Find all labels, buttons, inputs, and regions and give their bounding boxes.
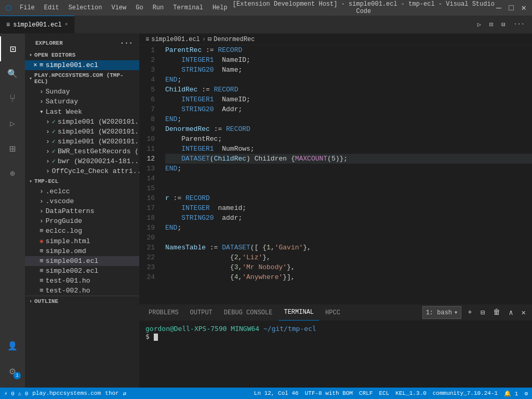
tree-bwr-test[interactable]: › ✓ BWR_testGetRecords (... [25,147,139,156]
terminal-shell-selector[interactable]: 1: bash ▾ [422,306,462,319]
title-bar: ⬡ File Edit Selection View Go Run Termin… [0,0,532,16]
sidebar-title: Explorer [35,40,63,46]
split-editor-button[interactable]: ⊡ [487,19,495,31]
tree-simple002-ecl[interactable]: ≡ simple002.ecl [25,266,139,276]
maximize-panel-button[interactable]: ∧ [507,306,515,319]
status-line-ending[interactable]: CRLF [359,390,373,396]
tree-simple-omd[interactable]: ≡ simple.omd [25,246,139,256]
line-num-17: 17 [139,203,155,213]
status-language[interactable]: ECL [379,390,390,396]
status-version[interactable]: KEL_1.3.0 [395,390,426,396]
tree-eclcc-log[interactable]: ≡ eclcc.log [25,226,139,236]
item-label: eclcc.log [46,227,82,235]
open-editors-section: ▾ Open Editors × ≡ simple001.ecl [25,50,139,70]
item-label: simple001 (W2020101... [58,118,139,126]
status-server[interactable]: play.hpccsystems.com [32,390,101,396]
activity-explorer[interactable]: ⊡ [0,36,25,61]
status-check-icon: ✓ [52,118,56,126]
panel-tab-debug-console[interactable]: DEBUG CONSOLE [219,305,278,321]
split-terminal-button[interactable]: ⊟ [478,306,487,319]
menu-run[interactable]: Run [149,3,168,12]
tree-bwr[interactable]: › ✓ bwr (W20200214-181... [25,156,139,166]
menu-edit[interactable]: Edit [40,3,63,12]
activity-source-control[interactable]: ⑂ [0,86,25,111]
menu-go[interactable]: Go [131,3,147,12]
main-layout: ⊡ 🔍 ⑂ ▷ ⊞ ⊕ 👤 ⚙ 1 Explorer ··· ▾ Op [0,34,532,388]
settings-gear-icon[interactable]: ⚙ [524,390,528,397]
item-label: simple002.ecl [46,267,98,275]
tree-eclcc[interactable]: › .eclcc [25,187,139,196]
tree-offcycle[interactable]: › OffCycle_Check attri... [25,166,139,176]
close-button[interactable]: ✕ [521,5,527,11]
tab-simple001-ecl[interactable]: ≡ simple001.ecl × [0,16,75,33]
menu-selection[interactable]: Selection [64,3,107,12]
tree-datapatterns[interactable]: › DataPatterns [25,206,139,216]
panel-tab-terminal[interactable]: TERMINAL [278,305,319,321]
menu-terminal[interactable]: Terminal [169,3,207,12]
close-icon[interactable]: × [33,61,37,69]
window-controls: — □ ✕ [496,5,527,11]
item-label: simple.omd [46,247,86,255]
minimize-button[interactable]: — [496,5,502,11]
new-terminal-button[interactable]: + [466,306,474,319]
menu-file[interactable]: File [16,3,39,12]
maximize-button[interactable]: □ [508,5,514,11]
tree-simple001-3[interactable]: › ✓ simple001 (W2020101... [25,137,139,147]
activity-run[interactable]: ▷ [0,111,25,136]
more-actions-button[interactable]: ··· [511,19,527,30]
status-sync-icon[interactable]: ⇄ [123,390,127,397]
sidebar-action-btn[interactable]: ··· [120,39,133,47]
split-view-button[interactable]: ⊟ [499,19,507,31]
tree-saturday[interactable]: › Saturday [25,97,139,107]
activity-settings[interactable]: ⚙ 1 [0,358,25,383]
status-community[interactable]: community_7.10.24-1 [433,390,498,396]
status-encoding[interactable]: UTF-8 with BOM [305,390,353,396]
status-position[interactable]: Ln 12, Col 46 [254,390,299,396]
tab-label: simple001.ecl [13,21,62,29]
tree-sunday[interactable]: › Sunday [25,87,139,97]
close-panel-button[interactable]: ✕ [520,306,528,319]
breadcrumb-part-1[interactable]: simple001.ecl [151,36,200,43]
tree-progguide[interactable]: › ProgGuide [25,216,139,226]
open-editor-simple001[interactable]: × ≡ simple001.ecl [25,60,139,70]
code-editor[interactable]: 1 2 3 4 5 6 7 8 9 10 11 12 13 14 15 16 1… [139,45,532,304]
notification-bell[interactable]: 🔔 1 [504,390,518,397]
panel-tab-problems[interactable]: PROBLEMS [143,305,184,321]
panel-tab-output[interactable]: OUTPUT [185,305,218,321]
tree-simple001-ecl[interactable]: ≡ simple001.ecl [25,256,139,266]
expand-icon: › [39,197,44,205]
activity-bar-bottom: 👤 ⚙ 1 [0,334,25,388]
activity-search[interactable]: 🔍 [0,61,25,86]
tree-test-001-ho[interactable]: ≡ test-001.ho [25,276,139,286]
menu-help[interactable]: Help [208,3,232,12]
tab-close-icon[interactable]: × [65,22,68,28]
line-num-6: 6 [139,95,155,104]
outline-header[interactable]: › Outline [25,296,139,307]
menu-view[interactable]: View [107,3,130,12]
status-user[interactable]: thor [105,390,118,396]
run-action-button[interactable]: ▷ [475,19,483,31]
terminal-content[interactable]: gordon@Dell-XPS-7590 MINGW64 ~/git/tmp-e… [139,321,532,388]
open-editors-header[interactable]: ▾ Open Editors [25,50,139,60]
tree-last-week[interactable]: ▾ Last Week [25,107,139,117]
tree-test-002-ho[interactable]: ≡ test-002.ho [25,286,139,296]
tree-simple001-2[interactable]: › ✓ simple001 (W2020101... [25,127,139,137]
panel-tab-hpcc[interactable]: HPCC [320,305,345,321]
tree-simple-html[interactable]: ◈ simple.html [25,236,139,246]
activity-hpcc[interactable]: ⊕ [0,161,25,186]
status-check-icon: ✓ [52,128,56,136]
activity-extensions[interactable]: ⊞ [0,136,25,161]
expand-icon: › [46,157,50,165]
activity-accounts[interactable]: 👤 [0,334,25,358]
breadcrumb-part-2[interactable]: DenormedRec [214,36,255,43]
code-content[interactable]: ParentRec := RECORD INTEGER1 NameID; STR… [160,45,532,304]
tree-simple001-1[interactable]: › ✓ simple001 (W2020101... [25,117,139,127]
tab-bar: ≡ simple001.ecl × ▷ ⊡ ⊟ ··· [0,16,532,34]
tree-vscode[interactable]: › .vscode [25,196,139,206]
code-line-9: DenormedRec := RECORD [165,124,532,134]
local-section-header[interactable]: ▾ TMP-ECL [25,176,139,187]
kill-terminal-button[interactable]: 🗑 [491,306,502,319]
status-errors[interactable]: ⚡ 0 ⚠ 0 [4,390,28,397]
remote-section-header[interactable]: ▾ PLAY.HPCCSYSTEMS.COM (TMP-ECL) [25,70,139,87]
code-line-18: STRING20 addr; [165,213,532,223]
